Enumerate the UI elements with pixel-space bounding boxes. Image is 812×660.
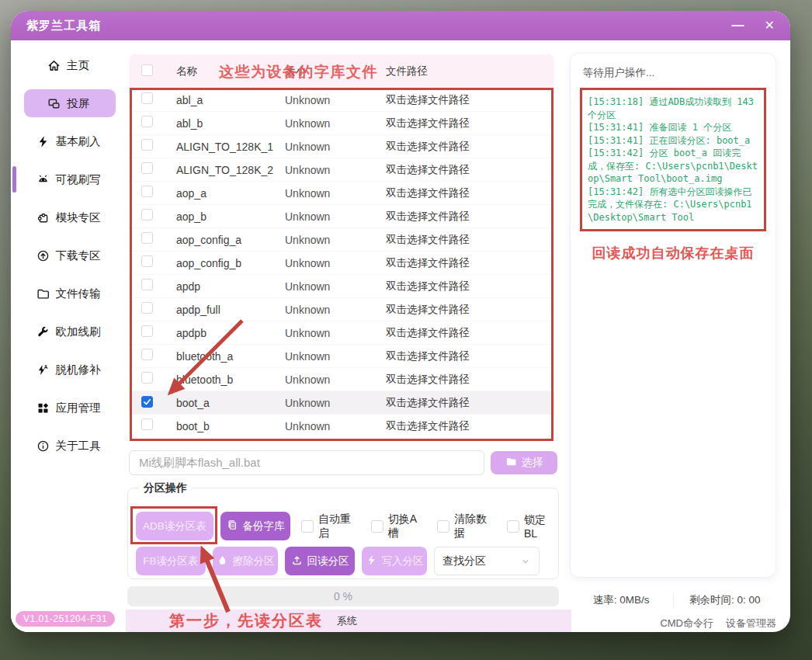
table-row[interactable]: aop_config_b Unknown 双击选择文件路径 <box>129 252 554 275</box>
select-file-button[interactable]: 选择 <box>491 451 557 474</box>
table-row[interactable]: aop_a Unknown 双击选择文件路径 <box>129 182 554 205</box>
copy-icon <box>227 519 238 533</box>
table-row[interactable]: apdp_full Unknown 双击选择文件路径 <box>129 298 554 321</box>
sidebar-item-module-zone[interactable]: 模块专区 <box>11 203 126 231</box>
bolt-icon <box>36 135 50 148</box>
progress-bar: 0 % <box>127 586 559 606</box>
option-checkbox[interactable]: 切换A槽 <box>371 512 427 540</box>
row-path-cell[interactable]: 双击选择文件路径 <box>386 256 554 270</box>
row-checkbox[interactable] <box>141 232 153 244</box>
row-checkbox[interactable] <box>141 279 153 290</box>
row-path-cell[interactable]: 双击选择文件路径 <box>386 93 554 107</box>
row-name-cell: aop_config_a <box>176 234 285 246</box>
row-name-cell: aop_b <box>176 210 285 223</box>
sidebar-item-offline-patch[interactable]: A 脱机修补 <box>11 356 126 384</box>
row-name-cell: boot_a <box>176 397 285 409</box>
folder-white-icon <box>505 456 517 470</box>
log-line: [15:31:42] 分区 boot_a 回读完成，保存至: C:\Users\… <box>588 147 758 186</box>
droplet-icon <box>217 554 228 568</box>
row-path-cell[interactable]: 双击选择文件路径 <box>386 186 554 200</box>
row-checkbox[interactable] <box>141 186 153 197</box>
select-all-checkbox[interactable] <box>141 64 153 76</box>
adb-read-partition-button[interactable]: ADB读分区表 <box>136 512 213 540</box>
row-size-cell: Unknown <box>285 117 386 130</box>
sidebar-item-about-tool[interactable]: 关于工具 <box>11 432 126 460</box>
row-checkbox[interactable] <box>141 162 153 174</box>
row-path-cell[interactable]: 双击选择文件路径 <box>386 210 554 224</box>
row-name-cell: bluetooth_a <box>176 350 285 363</box>
sidebar-item-file-transfer[interactable]: 文件传输 <box>11 280 126 307</box>
row-name-cell: abl_b <box>176 117 285 130</box>
annotation-step-note: 第一步，先读分区表 <box>169 610 323 631</box>
sidebar: 主页 投屏 基本刷入 可视刷写 模块专区 下载专区 文件传输 欧加线刷 A 脱机… <box>11 40 126 632</box>
readback-partition-button[interactable]: 回读分区 <box>285 547 355 575</box>
upload-circle-icon <box>36 249 50 262</box>
table-row[interactable]: apdp Unknown 双击选择文件路径 <box>129 275 554 298</box>
row-path-cell[interactable]: 双击选择文件路径 <box>386 163 554 177</box>
row-name-cell: boot_b <box>176 420 285 432</box>
table-row[interactable]: boot_a Unknown 双击选择文件路径 <box>129 391 554 415</box>
row-checkbox[interactable] <box>141 349 153 360</box>
row-path-cell[interactable]: 双击选择文件路径 <box>386 280 554 294</box>
table-row[interactable]: bluetooth_b Unknown 双击选择文件路径 <box>129 368 554 391</box>
apps-icon <box>36 401 50 415</box>
row-path-cell[interactable]: 双击选择文件路径 <box>386 373 554 387</box>
row-path-cell[interactable]: 双击选择文件路径 <box>386 396 554 410</box>
row-checkbox[interactable] <box>141 396 153 408</box>
row-checkbox[interactable] <box>141 209 153 221</box>
row-path-cell[interactable]: 双击选择文件路径 <box>386 140 554 154</box>
row-size-cell: Unknown <box>285 420 386 432</box>
row-checkbox[interactable] <box>141 419 153 430</box>
sidebar-item-home[interactable]: 主页 <box>11 51 126 79</box>
sidebar-item-basic-flash[interactable]: 基本刷入 <box>11 127 126 155</box>
table-row[interactable]: ALIGN_TO_128K_2 Unknown 双击选择文件路径 <box>129 158 554 182</box>
minimize-button[interactable]: — <box>732 19 744 32</box>
sidebar-item-download-zone[interactable]: 下载专区 <box>11 241 126 269</box>
option-checkbox[interactable]: 锁定BL <box>507 513 558 540</box>
row-path-cell[interactable]: 双击选择文件路径 <box>386 326 554 340</box>
row-path-cell[interactable]: 双击选择文件路径 <box>386 349 554 363</box>
sidebar-item-app-management[interactable]: 应用管理 <box>11 394 126 422</box>
table-row[interactable]: abl_a Unknown 双击选择文件路径 <box>129 89 554 112</box>
sidebar-item-oppo-flash[interactable]: 欧加线刷 <box>11 318 126 346</box>
table-row[interactable]: boot_b Unknown 双击选择文件路径 <box>129 415 554 438</box>
table-row[interactable]: abl_b Unknown 双击选择文件路径 <box>129 112 554 135</box>
table-row[interactable]: aop_config_a Unknown 双击选择文件路径 <box>129 228 554 252</box>
backup-firmware-button[interactable]: 备份字库 <box>220 512 290 540</box>
row-checkbox[interactable] <box>141 92 153 104</box>
row-size-cell: Unknown <box>285 280 386 293</box>
row-checkbox[interactable] <box>141 372 153 384</box>
device-manager-link[interactable]: 设备管理器 <box>726 617 776 630</box>
sidebar-item-screen-cast[interactable]: 投屏 <box>11 89 126 117</box>
cmd-link[interactable]: CMD命令行 <box>660 617 713 630</box>
log-panel: 等待用户操作... [15:31:18] 通过ADB成功读取到 143 个分区[… <box>570 53 776 578</box>
erase-partition-button[interactable]: 擦除分区 <box>213 547 278 575</box>
row-size-cell: Unknown <box>285 141 386 153</box>
row-size-cell: Unknown <box>285 327 386 339</box>
sidebar-item-visual-flash[interactable]: 可视刷写 <box>11 165 126 193</box>
table-row[interactable]: ALIGN_TO_128K_1 Unknown 双击选择文件路径 <box>129 135 554 158</box>
remaining-time-stat: 剩余时间: 0: 00 <box>673 593 777 607</box>
write-partition-button[interactable]: 写入分区 <box>362 547 427 575</box>
row-checkbox[interactable] <box>141 255 153 267</box>
fastboot-read-partition-button[interactable]: FB读分区表 <box>136 547 206 575</box>
row-name-cell: abl_a <box>176 94 285 106</box>
row-path-cell[interactable]: 双击选择文件路径 <box>386 419 554 433</box>
table-row[interactable]: aop_b Unknown 双击选择文件路径 <box>129 205 554 228</box>
row-path-cell[interactable]: 双击选择文件路径 <box>386 233 554 247</box>
option-checkbox[interactable]: 自动重启 <box>301 512 361 540</box>
row-checkbox[interactable] <box>141 116 153 127</box>
row-checkbox[interactable] <box>141 139 153 151</box>
find-partition-combobox[interactable]: 查找分区 <box>434 547 540 575</box>
option-checkbox[interactable]: 清除数据 <box>437 512 497 540</box>
wrench-icon <box>36 325 50 339</box>
flash-script-input[interactable] <box>129 450 484 475</box>
close-button[interactable]: ✕ <box>765 19 775 32</box>
row-size-cell: Unknown <box>285 397 386 409</box>
row-path-cell[interactable]: 双击选择文件路径 <box>386 116 554 130</box>
row-checkbox[interactable] <box>141 302 153 314</box>
row-path-cell[interactable]: 双击选择文件路径 <box>386 303 554 317</box>
table-row[interactable]: bluetooth_a Unknown 双击选择文件路径 <box>129 345 554 368</box>
row-checkbox[interactable] <box>141 325 153 337</box>
table-row[interactable]: apdpb Unknown 双击选择文件路径 <box>129 321 554 345</box>
